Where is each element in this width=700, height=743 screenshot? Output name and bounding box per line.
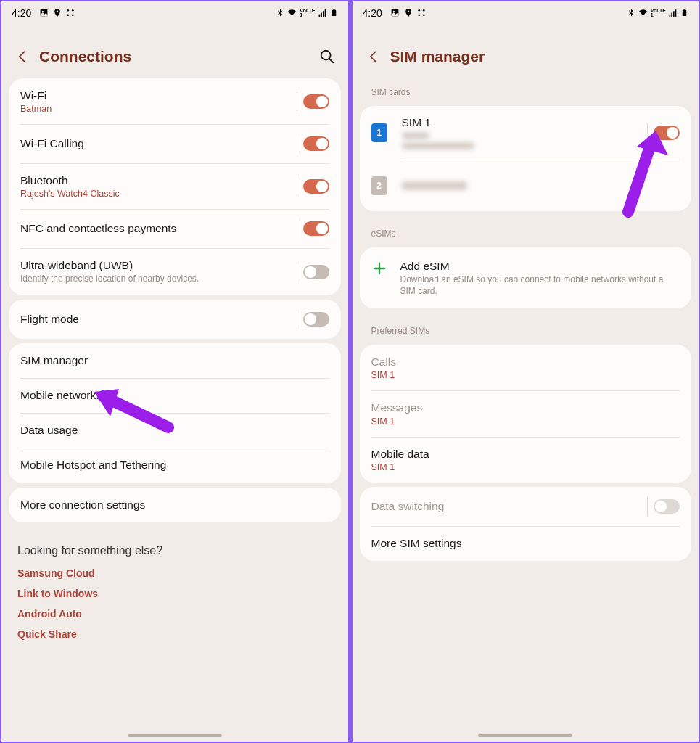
footer-link-samsung-cloud[interactable]: Samsung Cloud bbox=[17, 567, 332, 579]
row-sub: SIM 1 bbox=[371, 370, 680, 380]
svg-rect-12 bbox=[333, 9, 335, 9]
home-indicator[interactable] bbox=[478, 734, 572, 737]
toggle-flight[interactable] bbox=[303, 312, 329, 327]
svg-rect-11 bbox=[332, 10, 336, 16]
svg-rect-8 bbox=[321, 13, 322, 17]
row-more-sim-settings[interactable]: More SIM settings bbox=[360, 526, 692, 561]
toggle-divider bbox=[297, 219, 297, 238]
wifi-icon bbox=[287, 8, 297, 17]
svg-point-16 bbox=[407, 11, 409, 13]
toggle-divider bbox=[297, 263, 297, 282]
row-more-connection-settings[interactable]: More connection settings bbox=[9, 488, 341, 522]
toggle-divider bbox=[647, 123, 648, 142]
page-header: SIM manager bbox=[353, 22, 699, 74]
status-time: 4:20 bbox=[363, 7, 382, 19]
svg-rect-10 bbox=[324, 9, 326, 17]
row-sim-manager[interactable]: SIM manager bbox=[9, 343, 341, 378]
row-mobile-networks[interactable]: Mobile networks bbox=[9, 378, 341, 413]
volte-icon: VoLTE1 bbox=[651, 9, 666, 17]
sim-redacted bbox=[402, 132, 639, 149]
svg-point-1 bbox=[42, 11, 44, 12]
row-messages[interactable]: Messages SIM 1 bbox=[360, 390, 692, 436]
svg-rect-26 bbox=[683, 9, 685, 9]
toggle-wifi-calling[interactable] bbox=[303, 136, 329, 151]
phone-right: 4:20 VoLTE1 SIM manager SIM cards 1 bbox=[350, 0, 701, 743]
search-button[interactable] bbox=[319, 49, 335, 65]
toggle-sim1[interactable] bbox=[654, 126, 680, 140]
toggle-uwb[interactable] bbox=[303, 265, 329, 279]
card-esims: Add eSIM Download an eSIM so you can con… bbox=[360, 247, 692, 308]
toggle-divider bbox=[297, 177, 297, 196]
bluetooth-icon bbox=[276, 8, 284, 17]
row-title: More connection settings bbox=[20, 498, 329, 512]
row-desc: Download an eSIM so you can connect to m… bbox=[400, 274, 680, 297]
row-title: Flight mode bbox=[20, 312, 288, 327]
signal-icon bbox=[668, 8, 678, 17]
row-title: Bluetooth bbox=[20, 173, 288, 188]
row-add-esim[interactable]: Add eSIM Download an eSIM so you can con… bbox=[360, 247, 692, 308]
footer-section: Looking for something else? Samsung Clou… bbox=[1, 527, 348, 656]
row-title: Mobile data bbox=[371, 447, 680, 461]
image-icon bbox=[390, 8, 400, 17]
row-title: SIM manager bbox=[20, 353, 329, 368]
page-title: Connections bbox=[39, 48, 310, 65]
row-calls[interactable]: Calls SIM 1 bbox=[360, 345, 692, 390]
back-button[interactable] bbox=[366, 49, 382, 65]
row-title: More SIM settings bbox=[371, 536, 680, 551]
row-hotspot[interactable]: Mobile Hotspot and Tethering bbox=[9, 448, 341, 483]
row-title: Calls bbox=[371, 355, 680, 369]
toggle-bluetooth[interactable] bbox=[303, 179, 329, 194]
svg-rect-21 bbox=[670, 15, 671, 17]
svg-point-5 bbox=[67, 14, 70, 16]
row-data-switching: Data switching bbox=[360, 487, 692, 526]
row-bluetooth[interactable]: Bluetooth Rajesh's Watch4 Classic bbox=[9, 163, 341, 209]
plus-icon bbox=[371, 260, 387, 276]
footer-link-android-auto[interactable]: Android Auto bbox=[17, 608, 332, 620]
row-wifi[interactable]: Wi-Fi Batman bbox=[9, 78, 341, 124]
row-title: Add eSIM bbox=[400, 259, 680, 274]
status-bar: 4:20 VoLTE1 bbox=[353, 1, 699, 22]
row-sim1[interactable]: 1 SIM 1 bbox=[360, 106, 692, 160]
pin-icon bbox=[403, 8, 413, 17]
section-label-sim-cards: SIM cards bbox=[353, 74, 699, 102]
row-desc: Identify the precise location of nearby … bbox=[20, 274, 288, 285]
svg-point-2 bbox=[57, 11, 59, 13]
page-title: SIM manager bbox=[390, 48, 686, 65]
home-indicator[interactable] bbox=[128, 734, 222, 737]
toggle-nfc[interactable] bbox=[303, 221, 329, 236]
row-data-usage[interactable]: Data usage bbox=[9, 413, 341, 448]
row-wifi-calling[interactable]: Wi-Fi Calling bbox=[9, 124, 341, 163]
apps-icon bbox=[416, 8, 427, 17]
svg-point-3 bbox=[67, 9, 70, 12]
pin-icon bbox=[52, 8, 62, 17]
card-connections-main: Wi-Fi Batman Wi-Fi Calling Bluetooth Raj… bbox=[9, 78, 341, 295]
toggle-divider bbox=[297, 92, 297, 111]
back-button[interactable] bbox=[15, 49, 30, 65]
row-sub: Batman bbox=[20, 104, 288, 114]
row-nfc[interactable]: NFC and contactless payments bbox=[9, 209, 341, 248]
toggle-data-switching bbox=[654, 499, 680, 514]
row-title: Wi-Fi bbox=[20, 89, 288, 103]
svg-rect-9 bbox=[323, 11, 324, 17]
card-flight: Flight mode bbox=[9, 300, 341, 339]
row-sub: Rajesh's Watch4 Classic bbox=[20, 189, 288, 199]
row-flight-mode[interactable]: Flight mode bbox=[9, 300, 341, 339]
signal-icon bbox=[318, 8, 328, 17]
card-sim-cards: 1 SIM 1 2 bbox=[360, 106, 692, 211]
section-label-preferred: Preferred SIMs bbox=[353, 313, 699, 340]
sim2-redacted bbox=[402, 181, 467, 190]
status-time: 4:20 bbox=[12, 7, 31, 19]
row-title: Mobile Hotspot and Tethering bbox=[20, 458, 329, 472]
toggle-wifi[interactable] bbox=[303, 94, 329, 109]
sim-badge-1: 1 bbox=[371, 123, 387, 142]
footer-link-quick-share[interactable]: Quick Share bbox=[17, 628, 332, 640]
row-mobile-data[interactable]: Mobile data SIM 1 bbox=[360, 437, 692, 483]
svg-point-4 bbox=[72, 9, 74, 12]
svg-point-6 bbox=[72, 14, 74, 16]
sim-badge-2: 2 bbox=[371, 176, 387, 195]
footer-link-link-to-windows[interactable]: Link to Windows bbox=[17, 588, 332, 599]
section-label-esims: eSIMs bbox=[353, 215, 699, 243]
row-uwb[interactable]: Ultra-wideband (UWB) Identify the precis… bbox=[9, 248, 341, 295]
svg-rect-25 bbox=[683, 10, 687, 16]
svg-point-15 bbox=[393, 11, 395, 12]
